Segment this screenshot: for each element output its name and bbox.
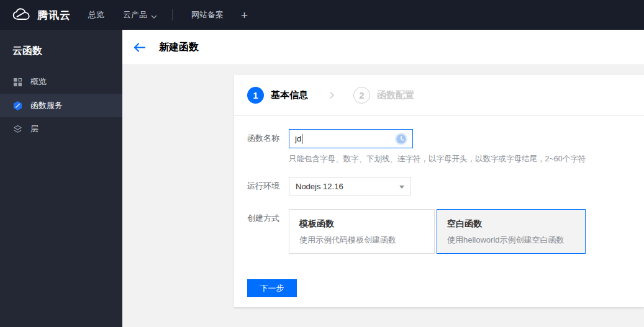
- main-area: 新建函数 1 基本信息 2 函数配置 函数名称: [122, 30, 644, 327]
- function-name-input[interactable]: jd: [289, 129, 413, 148]
- grid-icon: [12, 77, 23, 87]
- sidebar: 云函数 概览 函数服务: [0, 30, 122, 327]
- select-arrow-icon: [399, 186, 404, 189]
- method-option-template-function[interactable]: 模板函数 使用示例代码模板创建函数: [289, 209, 435, 254]
- method-options: 模板函数 使用示例代码模板创建函数 空白函数 使用helloworld示例创建空…: [289, 209, 586, 254]
- layers-icon: [12, 124, 23, 135]
- runtime-select[interactable]: Nodejs 12.16: [289, 177, 411, 195]
- nav-item-overview[interactable]: 总览: [88, 9, 104, 20]
- text-cursor: [302, 134, 302, 144]
- runtime-label: 运行环境: [247, 177, 289, 195]
- nav-divider: [172, 9, 173, 20]
- function-name-row: 函数名称 jd: [247, 129, 644, 164]
- creation-method-label: 创建方式: [247, 209, 289, 254]
- function-name-helper: 只能包含字母、数字、下划线、连字符，以字母开头，以数字或字母结尾，2~60个字符: [289, 154, 586, 164]
- top-nav: 腾讯云 总览 云产品 网站备案 +: [0, 0, 644, 30]
- create-function-card: 1 基本信息 2 函数配置 函数名称 jd: [234, 75, 644, 307]
- content: 1 基本信息 2 函数配置 函数名称 jd: [122, 65, 644, 326]
- runtime-row: 运行环境 Nodejs 12.16: [247, 177, 644, 195]
- cloud-logo-icon: [11, 7, 32, 22]
- page-title: 新建函数: [159, 41, 199, 54]
- back-button[interactable]: [134, 43, 145, 52]
- validating-clock-icon: [394, 132, 408, 148]
- function-name-label: 函数名称: [247, 129, 289, 164]
- add-tab-button[interactable]: +: [241, 9, 248, 21]
- wizard-steps: 1 基本信息 2 函数配置: [234, 75, 644, 116]
- step-basic-info: 1 基本信息: [247, 87, 308, 104]
- step-number: 2: [353, 87, 370, 104]
- sidebar-item-function-service[interactable]: 函数服务: [0, 94, 122, 117]
- nav-item-cloud-products[interactable]: 云产品: [123, 9, 157, 20]
- creation-method-row: 创建方式 模板函数 使用示例代码模板创建函数 空白函数 使用helloworld…: [247, 209, 644, 254]
- function-hexagon-icon: [12, 101, 23, 111]
- sidebar-item-overview[interactable]: 概览: [0, 70, 122, 94]
- page-header: 新建函数: [122, 30, 644, 65]
- chevron-right-icon: [329, 91, 335, 99]
- basic-info-form: 函数名称 jd: [234, 116, 644, 297]
- tencent-cloud-logo[interactable]: 腾讯云: [11, 7, 71, 22]
- method-option-blank-function[interactable]: 空白函数 使用helloworld示例创建空白函数: [437, 209, 586, 254]
- brand-name: 腾讯云: [37, 8, 71, 22]
- step-number: 1: [247, 87, 264, 104]
- sidebar-item-layers[interactable]: 层: [0, 117, 122, 141]
- sidebar-menu: 概览 函数服务 层: [0, 70, 122, 141]
- chevron-down-icon: [151, 11, 157, 20]
- sidebar-title: 云函数: [0, 30, 122, 58]
- next-step-button[interactable]: 下一步: [247, 279, 297, 297]
- step-function-config: 2 函数配置: [353, 87, 414, 104]
- nav-item-website-filing[interactable]: 网站备案: [191, 9, 224, 20]
